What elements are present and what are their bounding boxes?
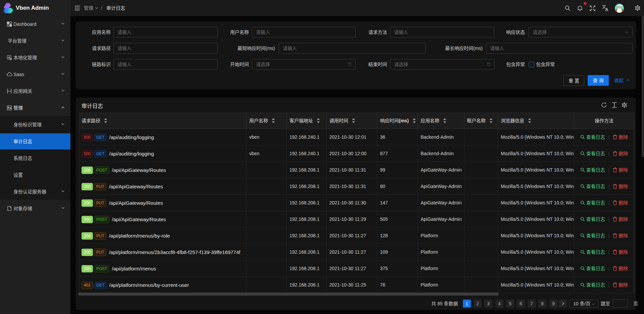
svg-text:A: A bbox=[605, 7, 608, 11]
